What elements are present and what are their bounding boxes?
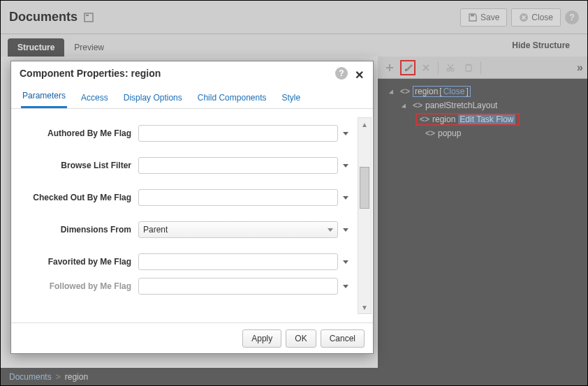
cancel-button[interactable]: Cancel xyxy=(321,329,365,348)
param-field xyxy=(138,125,353,142)
dropdown-icon[interactable] xyxy=(338,253,353,270)
tab-display-options[interactable]: Display Options xyxy=(122,87,184,108)
param-field xyxy=(138,278,353,295)
param-input[interactable] xyxy=(138,189,338,206)
tab-parameters[interactable]: Parameters xyxy=(21,85,67,108)
component-properties-dialog: Component Properties: region ? ✕ Paramet… xyxy=(10,61,374,354)
dialog-body: Authored By Me Flag Browse List Filter C… xyxy=(11,109,373,322)
param-label: Followed by Me Flag xyxy=(20,281,138,291)
param-input[interactable] xyxy=(138,253,338,270)
scroll-thumb[interactable] xyxy=(360,167,369,209)
dialog-tabs: Parameters Access Display Options Child … xyxy=(11,85,373,109)
param-row: Authored By Me Flag xyxy=(20,117,353,149)
dropdown-icon[interactable] xyxy=(338,189,353,206)
param-label: Dimensions From xyxy=(20,225,138,235)
param-row: Followed by Me Flag xyxy=(20,278,353,295)
param-row: Browse List Filter xyxy=(20,149,353,181)
dialog-close-icon[interactable]: ✕ xyxy=(355,68,365,78)
scrollbar[interactable]: ▲ ▼ xyxy=(358,117,372,314)
apply-button[interactable]: Apply xyxy=(242,329,281,348)
param-field xyxy=(138,253,353,270)
dropdown-icon[interactable] xyxy=(338,157,353,174)
param-input[interactable] xyxy=(138,278,338,295)
dialog-footer: Apply OK Cancel xyxy=(11,322,373,353)
param-select[interactable]: Parent xyxy=(138,221,338,238)
param-row: Favorited by Me Flag xyxy=(20,246,353,278)
dialog-titlebar: Component Properties: region ? ✕ xyxy=(11,61,373,85)
param-label: Authored By Me Flag xyxy=(20,128,138,138)
tab-access[interactable]: Access xyxy=(80,87,110,108)
dropdown-icon[interactable] xyxy=(338,125,353,142)
param-row: Dimensions From Parent xyxy=(20,214,353,246)
param-field xyxy=(138,157,353,174)
param-input[interactable] xyxy=(138,157,338,174)
tab-child-components[interactable]: Child Components xyxy=(196,87,268,108)
param-row: Checked Out By Me Flag xyxy=(20,181,353,214)
dropdown-icon[interactable] xyxy=(338,278,353,295)
scroll-down-icon[interactable]: ▼ xyxy=(358,301,371,313)
param-input[interactable] xyxy=(138,125,338,142)
param-label: Favorited by Me Flag xyxy=(20,257,138,267)
ok-button[interactable]: OK xyxy=(286,329,316,348)
scroll-up-icon[interactable]: ▲ xyxy=(358,118,371,131)
param-field xyxy=(138,189,353,206)
select-value: Parent xyxy=(143,225,168,235)
dropdown-icon[interactable] xyxy=(338,221,353,238)
dialog-help-icon[interactable]: ? xyxy=(335,67,348,80)
param-label: Browse List Filter xyxy=(20,161,138,170)
dialog-title: Component Properties: region xyxy=(20,68,161,79)
tab-style[interactable]: Style xyxy=(280,87,302,108)
param-label: Checked Out By Me Flag xyxy=(20,193,138,202)
param-field: Parent xyxy=(138,221,353,238)
parameters-list: Authored By Me Flag Browse List Filter C… xyxy=(20,117,353,314)
